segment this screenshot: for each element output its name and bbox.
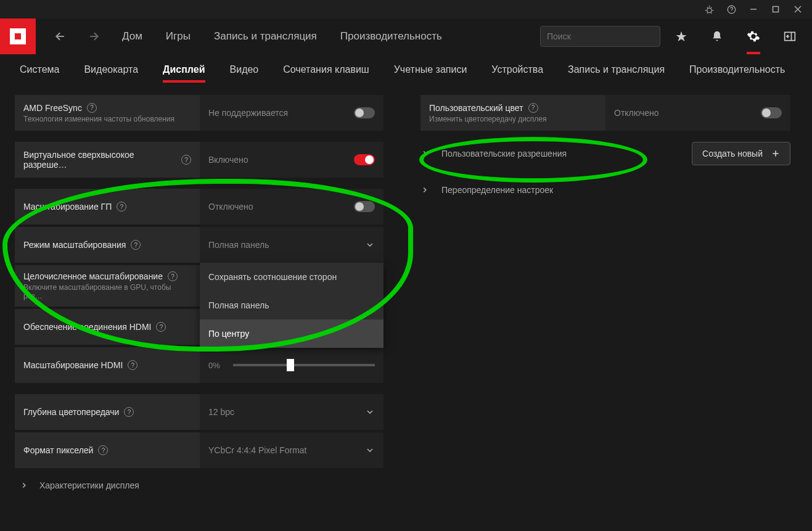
bug-icon[interactable] (704, 4, 714, 14)
freesync-label: AMD FreeSync (23, 103, 82, 113)
search-input[interactable] (547, 31, 655, 41)
bookmark-icon[interactable] (666, 30, 696, 43)
search-box[interactable] (540, 26, 660, 47)
nav-games[interactable]: Игры (157, 30, 199, 43)
chevron-right-icon (420, 149, 429, 158)
chevron-down-icon (365, 407, 375, 417)
left-column: AMD FreeSync? Технология изменения часто… (15, 95, 383, 500)
customcolor-value: Отключено (614, 108, 761, 118)
create-new-label: Создать новый (702, 149, 763, 158)
settings-icon[interactable] (738, 30, 769, 43)
panel-icon[interactable] (775, 30, 805, 43)
tab-record[interactable]: Запись и трансляция (557, 54, 676, 85)
row-gpuscale: Масштабирование ГП? Отключено (15, 189, 383, 224)
dropdown-option-full[interactable]: Полная панель (200, 291, 383, 319)
hdmilink-label: Обеспечение соединения HDMI (23, 322, 151, 332)
hdmiscale-label: Масштабирование HDMI (23, 360, 123, 370)
close-icon[interactable] (793, 4, 803, 14)
tab-video[interactable]: Видео (219, 54, 270, 85)
chevron-down-icon (365, 445, 375, 455)
amd-logo[interactable] (0, 19, 36, 54)
row-override: Переопределение настроек (420, 176, 790, 204)
help-icon[interactable] (726, 4, 736, 14)
hdmiscale-value: 0% (208, 361, 220, 370)
vsr-label: Виртуальное сверхвысокое разреше… (23, 150, 176, 170)
nav-forward-button[interactable] (80, 30, 107, 43)
chevron-right-icon (20, 481, 28, 490)
help-icon[interactable]: ? (181, 155, 191, 165)
gpuscale-label: Масштабирование ГП (23, 202, 112, 212)
customres-expander[interactable]: Пользовательские разрешения (420, 149, 567, 158)
nav-perf[interactable]: Производительность (332, 30, 451, 43)
help-icon[interactable]: ? (156, 322, 166, 332)
minimize-icon[interactable] (748, 4, 758, 14)
row-pixfmt: Формат пикселей? YCbCr 4:4:4 Pixel Forma… (15, 432, 383, 468)
maximize-icon[interactable] (771, 4, 781, 14)
freesync-value: Не поддерживается (208, 108, 349, 118)
dropdown-option-center[interactable]: По центру (200, 319, 383, 348)
vsr-toggle[interactable] (354, 154, 375, 165)
freesync-toggle[interactable] (354, 107, 375, 118)
subnav: Система Видеокарта Дисплей Видео Сочетан… (0, 54, 812, 85)
tab-display[interactable]: Дисплей (152, 54, 216, 85)
override-label: Переопределение настроек (441, 185, 553, 195)
help-icon[interactable]: ? (528, 103, 538, 113)
tab-system[interactable]: Система (9, 54, 70, 85)
row-customcolor: Пользовательский цвет? Изменить цветопер… (420, 95, 790, 131)
svg-rect-3 (773, 7, 779, 12)
help-icon[interactable]: ? (168, 271, 178, 281)
customcolor-label: Пользовательский цвет (429, 103, 523, 113)
display-specs-expander[interactable]: Характеристики дисплея (15, 471, 383, 500)
dropdown-option-aspect[interactable]: Сохранять соотношение сторон (200, 263, 383, 291)
content: AMD FreeSync? Технология изменения часто… (0, 85, 812, 510)
help-icon[interactable]: ? (124, 407, 134, 417)
help-icon[interactable]: ? (98, 445, 108, 455)
topnav: Дом Игры Запись и трансляция Производите… (0, 19, 812, 54)
create-new-button[interactable]: Создать новый (692, 142, 790, 165)
nav-record[interactable]: Запись и трансляция (205, 30, 326, 43)
chevron-right-icon (420, 186, 429, 194)
pixfmt-dropdown[interactable]: YCbCr 4:4:4 Pixel Format (200, 432, 383, 468)
override-expander[interactable]: Переопределение настроек (420, 185, 553, 195)
colordepth-value: 12 bpc (208, 407, 360, 417)
scalemode-dropdown-panel: Сохранять соотношение сторон Полная пане… (200, 263, 383, 348)
row-freesync: AMD FreeSync? Технология изменения часто… (15, 95, 383, 131)
tab-gpu[interactable]: Видеокарта (73, 54, 149, 85)
display-specs-label: Характеристики дисплея (39, 480, 139, 490)
help-icon[interactable]: ? (128, 360, 137, 370)
tab-accounts[interactable]: Учетные записи (383, 54, 478, 85)
colordepth-dropdown[interactable]: 12 bpc (200, 394, 383, 430)
row-vsr: Виртуальное сверхвысокое разреше…? Включ… (15, 142, 383, 178)
scalemode-value: Полная панель (208, 240, 360, 250)
help-icon[interactable]: ? (117, 202, 126, 212)
help-icon[interactable]: ? (87, 103, 97, 113)
titlebar (0, 0, 812, 19)
tab-devices[interactable]: Устройства (480, 54, 554, 85)
customcolor-toggle[interactable] (761, 107, 782, 118)
customres-label: Пользовательские разрешения (441, 149, 567, 158)
scalemode-dropdown[interactable]: Полная панель (200, 227, 383, 263)
tab-hotkeys[interactable]: Сочетания клавиш (272, 54, 380, 85)
pixfmt-label: Формат пикселей (23, 445, 93, 455)
tab-perf[interactable]: Производительность (678, 54, 796, 85)
help-icon[interactable]: ? (131, 240, 141, 250)
intscale-label: Целочисленное масштабирование (23, 271, 163, 281)
vsr-value: Включено (208, 155, 349, 165)
bell-icon[interactable] (702, 30, 732, 43)
row-colordepth: Глубина цветопередачи? 12 bpc (15, 394, 383, 430)
gpuscale-value: Отключено (208, 202, 349, 212)
row-hdmiscale: Масштабирование HDMI? 0% (15, 347, 383, 383)
svg-point-0 (707, 8, 712, 13)
plus-icon (771, 149, 780, 158)
nav-back-button[interactable] (47, 30, 74, 43)
colordepth-label: Глубина цветопередачи (23, 407, 119, 417)
right-column: Пользовательский цвет? Изменить цветопер… (420, 95, 790, 500)
row-scalemode: Режим масштабирования? Полная панель (15, 227, 383, 263)
scalemode-label: Режим масштабирования (23, 240, 126, 250)
slider-handle[interactable] (287, 359, 294, 371)
gpuscale-toggle[interactable] (354, 201, 375, 212)
row-customres: Пользовательские разрешения Создать новы… (420, 133, 790, 174)
chevron-down-icon (365, 240, 375, 250)
hdmiscale-slider[interactable] (233, 364, 375, 366)
nav-home[interactable]: Дом (113, 30, 151, 43)
